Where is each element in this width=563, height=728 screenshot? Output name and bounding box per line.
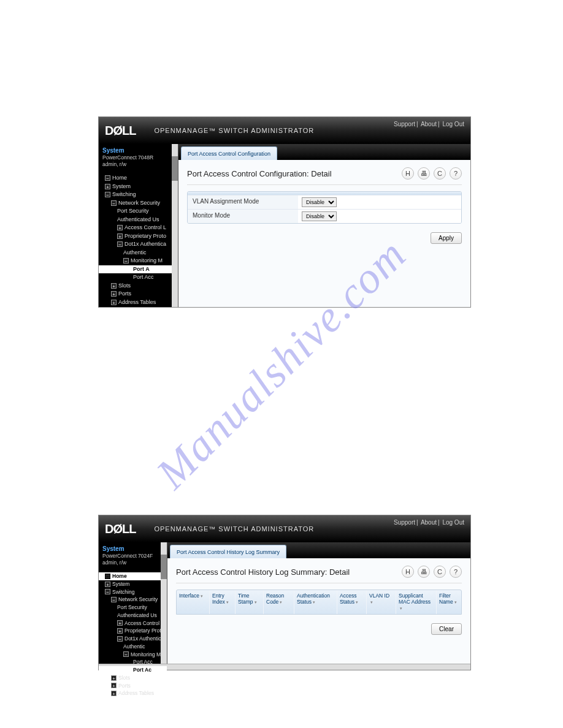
collapse-icon: − <box>123 258 129 264</box>
collapse-icon: − <box>111 597 117 602</box>
nav-proprietary[interactable]: +Proprietary Proto <box>99 232 178 241</box>
nav-proprietary[interactable]: +Proprietary Proto <box>99 627 167 635</box>
dell-logo: DØLL <box>105 124 136 138</box>
refresh-icon[interactable]: C <box>434 167 446 180</box>
sidebar-user: admin, r/w <box>102 161 174 168</box>
sidebar-system: System <box>102 545 163 553</box>
expand-icon: + <box>111 300 117 305</box>
nav-address-tables[interactable]: +Address Tables <box>99 298 178 307</box>
page-title: Port Access Control Configuration: Detai… <box>187 169 332 178</box>
collapse-icon: − <box>105 574 110 579</box>
log-table-header: Interface▾ Entry Index▾ Time Stamp▾ Reas… <box>176 590 462 615</box>
col-supplicant-mac[interactable]: Supplicant MAC Address▾ <box>396 590 437 614</box>
nav-slots[interactable]: +Slots <box>99 282 178 290</box>
nav-address-tables[interactable]: +Address Tables <box>99 689 167 697</box>
col-filter-name[interactable]: Filter Name▾ <box>437 590 461 614</box>
nav-home[interactable]: −Home <box>99 174 178 183</box>
expand-icon: + <box>111 675 117 681</box>
nav-dot1x[interactable]: −Dot1x Authentica <box>99 240 178 249</box>
sidebar-scrollbar[interactable] <box>161 542 167 664</box>
nav-tree: −Home +System −Switching −Network Securi… <box>99 572 167 697</box>
monitor-mode-select[interactable]: Disable <box>302 211 337 221</box>
nav-home[interactable]: −Home <box>99 572 167 580</box>
vlan-mode-label: VLAN Assignment Mode <box>188 195 298 209</box>
page-title: Port Access Control History Log Summary:… <box>176 567 350 577</box>
link-about[interactable]: About <box>421 121 437 127</box>
nav-authentic[interactable]: Authentic <box>99 249 178 257</box>
nav-dot1x[interactable]: −Dot1x Authentica <box>99 635 167 643</box>
sidebar-user: admin, r/w <box>102 559 163 566</box>
nav-ports[interactable]: +Ports <box>99 682 167 690</box>
expand-icon: + <box>105 582 110 587</box>
print-icon[interactable]: 🖶 <box>418 167 430 180</box>
sidebar: System PowerConnect 7048R admin, r/w −Ho… <box>99 144 178 307</box>
col-reason-code[interactable]: Reason Code▾ <box>264 590 294 614</box>
col-access-status[interactable]: Access Status▾ <box>337 590 367 614</box>
sidebar-model: PowerConnect 7024F <box>102 553 163 559</box>
nav-ports[interactable]: +Ports <box>99 290 178 298</box>
clear-button[interactable]: Clear <box>431 623 462 635</box>
nav-port-security[interactable]: Port Security <box>99 604 167 612</box>
refresh-icon[interactable]: C <box>434 566 446 578</box>
link-logout[interactable]: Log Out <box>442 121 464 127</box>
nav-system[interactable]: +System <box>99 183 178 191</box>
help-icon[interactable]: ? <box>450 167 462 180</box>
tab-bar: Port Access Control History Log Summary <box>167 542 470 558</box>
collapse-icon: − <box>105 192 110 197</box>
nav-auth-users[interactable]: Authenticated Us <box>99 216 178 224</box>
apply-button[interactable]: Apply <box>431 232 462 244</box>
sidebar-model: PowerConnect 7048R <box>102 154 174 161</box>
dell-logo: DØLL <box>105 522 136 536</box>
collapse-icon: − <box>117 636 123 642</box>
col-entry-index[interactable]: Entry Index▾ <box>210 590 236 614</box>
config-form: VLAN Assignment Mode Disable Monitor Mod… <box>187 191 462 224</box>
col-time-stamp[interactable]: Time Stamp▾ <box>236 590 264 614</box>
expand-icon: + <box>105 184 110 189</box>
link-support[interactable]: Support <box>394 121 415 127</box>
sidebar-system: System <box>102 146 174 154</box>
save-icon[interactable]: H <box>402 566 414 578</box>
collapse-icon: − <box>117 241 123 247</box>
collapse-icon: − <box>111 200 117 206</box>
col-vlan-id[interactable]: VLAN ID▾ <box>367 590 396 614</box>
tab-port-access-history[interactable]: Port Access Control History Log Summary <box>170 545 286 558</box>
nav-acl[interactable]: +Access Control L <box>99 224 178 232</box>
expand-icon: + <box>111 291 117 297</box>
nav-authentic[interactable]: Authentic <box>99 643 167 651</box>
save-icon[interactable]: H <box>402 167 414 180</box>
col-interface[interactable]: Interface▾ <box>177 590 210 614</box>
nav-port-ac-selected[interactable]: Port Ac <box>99 666 167 674</box>
nav-monitoring[interactable]: −Monitoring M <box>99 257 178 265</box>
nav-network-security[interactable]: −Network Security <box>99 199 178 208</box>
print-icon[interactable]: 🖶 <box>418 566 430 578</box>
nav-slots[interactable]: +Slots <box>99 674 167 682</box>
expand-icon: + <box>117 225 123 230</box>
link-about[interactable]: About <box>421 519 437 526</box>
nav-switching[interactable]: −Switching <box>99 191 178 199</box>
help-icon[interactable]: ? <box>450 566 462 578</box>
link-support[interactable]: Support <box>394 519 415 526</box>
nav-port-acc[interactable]: Port Acc <box>99 658 167 666</box>
top-bar: DØLL OPENMANAGE™ SWITCH ADMINISTRATOR Su… <box>99 117 470 144</box>
nav-port-security[interactable]: Port Security <box>99 207 178 216</box>
app-title: OPENMANAGE™ SWITCH ADMINISTRATOR <box>154 127 314 134</box>
nav-port-a-selected[interactable]: Port A <box>99 265 178 274</box>
nav-monitoring[interactable]: −Monitoring M <box>99 651 167 659</box>
sidebar-scrollbar[interactable] <box>172 144 178 307</box>
top-bar: DØLL OPENMANAGE™ SWITCH ADMINISTRATOR Su… <box>99 515 470 542</box>
nav-acl[interactable]: +Access Control L <box>99 620 167 628</box>
expand-icon: + <box>117 620 123 626</box>
nav-port-acc[interactable]: Port Acc <box>99 273 178 282</box>
expand-icon: + <box>111 283 117 289</box>
nav-network-security[interactable]: −Network Security <box>99 596 167 604</box>
nav-switching[interactable]: −Switching <box>99 588 167 596</box>
link-logout[interactable]: Log Out <box>442 519 464 526</box>
app-title: OPENMANAGE™ SWITCH ADMINISTRATOR <box>154 525 314 533</box>
nav-system[interactable]: +System <box>99 580 167 588</box>
expand-icon: + <box>117 628 123 634</box>
sidebar: System PowerConnect 7024F admin, r/w −Ho… <box>99 542 167 664</box>
col-auth-status[interactable]: Authentication Status▾ <box>294 590 337 614</box>
tab-port-access-config[interactable]: Port Access Control Configuration <box>181 146 277 160</box>
vlan-mode-select[interactable]: Disable <box>302 197 337 207</box>
nav-auth-users[interactable]: Authenticated Us <box>99 612 167 620</box>
